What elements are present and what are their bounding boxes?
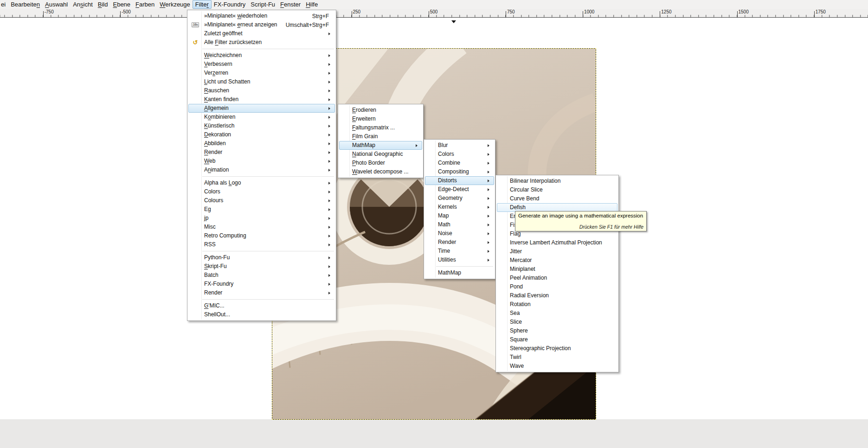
menu-item-verbessern[interactable]: Verbessern xyxy=(188,60,335,69)
menu-item-alpha-als-logo[interactable]: Alpha als Logo xyxy=(188,179,335,187)
menu-item-colours[interactable]: Colours xyxy=(188,196,335,205)
menubar-item-fenster[interactable]: Fenster xyxy=(280,0,301,8)
menu-item-wave[interactable]: Wave xyxy=(497,362,617,371)
menu-item-miniplanet-erneut-anzeigen[interactable]: 10±»Miniplanet« erneut anzeigenUmschalt+… xyxy=(188,20,335,29)
menu-item-curve-bend[interactable]: Curve Bend xyxy=(497,194,617,203)
menu-item-sea[interactable]: Sea xyxy=(497,309,617,318)
menu-item-erweitern[interactable]: Erweitern xyxy=(339,115,422,123)
menu-item-fx-foundry[interactable]: FX-Foundry xyxy=(188,280,335,288)
menubar-item-hilfe[interactable]: Hilfe xyxy=(306,0,318,8)
menu-item-abbilden[interactable]: Abbilden xyxy=(188,139,335,148)
menu-item-render[interactable]: Render xyxy=(425,238,494,247)
allgemein-submenu: ErodierenErweiternFaltungsmatrix ...Film… xyxy=(338,104,424,178)
menu-item-combine[interactable]: Combine xyxy=(425,159,494,167)
menu-item-g-mic[interactable]: G'MIC... xyxy=(188,301,335,310)
menubar-item-filter[interactable]: Filter xyxy=(193,0,212,9)
menu-item-kernels[interactable]: Kernels xyxy=(425,203,494,211)
menu-item-shellout[interactable]: ShellOut... xyxy=(188,310,335,319)
menubar-item-script-fu[interactable]: Script-Fu xyxy=(251,0,275,8)
menu-item-python-fu[interactable]: Python-Fu xyxy=(188,253,335,262)
menu-item-compositing[interactable]: Compositing xyxy=(425,167,494,176)
menu-item-peel-animation[interactable]: Peel Animation xyxy=(497,274,617,282)
menu-item-stereographic-projection[interactable]: Stereographic Projection xyxy=(497,344,617,353)
menu-item-jp[interactable]: jp xyxy=(188,214,335,223)
menu-item-bilinear-interpolation[interactable]: Bilinear Interpolation xyxy=(497,177,617,186)
menu-separator xyxy=(436,266,493,267)
menu-item-national-geographic[interactable]: National Geographic xyxy=(339,150,422,159)
menubar-item-bild[interactable]: Bild xyxy=(98,0,108,8)
menu-item-colors[interactable]: Colors xyxy=(425,150,494,159)
menu-item-alle-filter-zur-cksetzen[interactable]: ↺Alle Filter zurücksetzen xyxy=(188,38,335,47)
menu-item-animation[interactable]: Animation xyxy=(188,166,335,174)
menu-item-square[interactable]: Square xyxy=(497,335,617,344)
menu-item-verzerren[interactable]: Verzerren xyxy=(188,69,335,77)
menu-item-licht-und-schatten[interactable]: Licht und Schatten xyxy=(188,77,335,86)
menu-item-math[interactable]: Math xyxy=(425,220,494,229)
menu-bar: eiBearbeitenAuswahlAnsichtBildEbeneFarbe… xyxy=(0,0,868,9)
horizontal-ruler[interactable]: -750-5002505007501000125015001750 xyxy=(0,9,868,18)
menu-item-blur[interactable]: Blur xyxy=(425,141,494,150)
menu-item-kanten-finden[interactable]: Kanten finden xyxy=(188,95,335,104)
submenu-arrow-icon xyxy=(328,217,334,220)
menu-item-rss[interactable]: RSS xyxy=(188,240,335,249)
menu-item-map[interactable]: Map xyxy=(425,211,494,220)
menu-item-utilities[interactable]: Utilities xyxy=(425,256,494,264)
menu-item-mathmap[interactable]: MathMap xyxy=(339,141,422,150)
menu-item-skript-fu[interactable]: Skript-Fu xyxy=(188,262,335,271)
menu-item-slice[interactable]: Slice xyxy=(497,318,617,326)
menu-item-kombinieren[interactable]: Kombinieren xyxy=(188,113,335,122)
ruler-label: 250 xyxy=(353,9,361,14)
menu-item-retro-computing[interactable]: Retro Computing xyxy=(188,231,335,240)
menubar-item-auswahl[interactable]: Auswahl xyxy=(45,0,68,8)
menu-item-distorts[interactable]: Distorts xyxy=(425,176,494,185)
menu-item-mercator[interactable]: Mercator xyxy=(497,256,617,265)
submenu-arrow-icon xyxy=(328,81,334,83)
menu-item-photo-border[interactable]: Photo Border xyxy=(339,159,422,167)
menubar-item-farben[interactable]: Farben xyxy=(135,0,154,8)
menu-item-jitter[interactable]: Jitter xyxy=(497,247,617,256)
menu-item-render[interactable]: Render xyxy=(188,288,335,297)
menubar-item-ei[interactable]: ei xyxy=(1,0,6,8)
menu-item-inverse-lambert-azimuthal-projection[interactable]: Inverse Lambert Azimuthal Projection xyxy=(497,238,617,247)
menu-item-time[interactable]: Time xyxy=(425,247,494,256)
menu-item-rotation[interactable]: Rotation xyxy=(497,300,617,309)
menubar-item-werkzeuge[interactable]: Werkzeuge xyxy=(160,0,190,8)
menubar-item-ebene[interactable]: Ebene xyxy=(113,0,130,8)
menu-item-miniplanet[interactable]: Miniplanet xyxy=(497,265,617,274)
menubar-item-bearbeiten[interactable]: Bearbeiten xyxy=(11,0,40,8)
menu-item-allgemein[interactable]: Allgemein xyxy=(188,104,335,113)
ruler-label: 1750 xyxy=(816,9,826,14)
submenu-arrow-icon xyxy=(328,243,334,246)
submenu-arrow-icon xyxy=(488,259,494,262)
menu-item-batch[interactable]: Batch xyxy=(188,271,335,280)
menu-item-dekoration[interactable]: Dekoration xyxy=(188,130,335,139)
menu-item-zuletzt-ge-ffnet[interactable]: Zuletzt geöffnet xyxy=(188,29,335,38)
menu-item-faltungsmatrix[interactable]: Faltungsmatrix ... xyxy=(339,123,422,132)
menu-item-circular-slice[interactable]: Circular Slice xyxy=(497,186,617,194)
menubar-item-ansicht[interactable]: Ansicht xyxy=(73,0,93,8)
menu-item-edge-detect[interactable]: Edge-Detect xyxy=(425,185,494,194)
submenu-arrow-icon xyxy=(488,171,494,173)
menu-item-eg[interactable]: Eg xyxy=(188,205,335,214)
menu-item-radial-eversion[interactable]: Radial Eversion xyxy=(497,291,617,300)
menu-item-weichzeichnen[interactable]: Weichzeichnen xyxy=(188,51,335,60)
submenu-arrow-icon xyxy=(328,98,334,101)
menu-item-erodieren[interactable]: Erodieren xyxy=(339,106,422,115)
menu-item-render[interactable]: Render xyxy=(188,148,335,157)
menu-item-miniplanet-wiederholen[interactable]: »Miniplanet« wiederholenStrg+F xyxy=(188,12,335,20)
menu-item-rauschen[interactable]: Rauschen xyxy=(188,86,335,95)
menu-item-geometry[interactable]: Geometry xyxy=(425,194,494,203)
menu-item-web[interactable]: Web xyxy=(188,157,335,166)
menu-item-noise[interactable]: Noise xyxy=(425,229,494,238)
menu-item-twirl[interactable]: Twirl xyxy=(497,353,617,362)
menu-item-film-grain[interactable]: Film Grain xyxy=(339,132,422,141)
menubar-item-fx-foundry[interactable]: FX-Foundry xyxy=(214,0,246,8)
ruler-major-tick xyxy=(43,11,44,17)
menu-item-wavelet-decompose[interactable]: Wavelet decompose ... xyxy=(339,167,422,176)
menu-item-pond[interactable]: Pond xyxy=(497,282,617,291)
menu-item-mathmap[interactable]: MathMap xyxy=(425,269,494,277)
menu-item-colors[interactable]: Colors xyxy=(188,187,335,196)
menu-item-k-nstlerisch[interactable]: Künstlerisch xyxy=(188,122,335,130)
menu-item-sphere[interactable]: Sphere xyxy=(497,326,617,335)
menu-item-misc[interactable]: Misc xyxy=(188,223,335,231)
